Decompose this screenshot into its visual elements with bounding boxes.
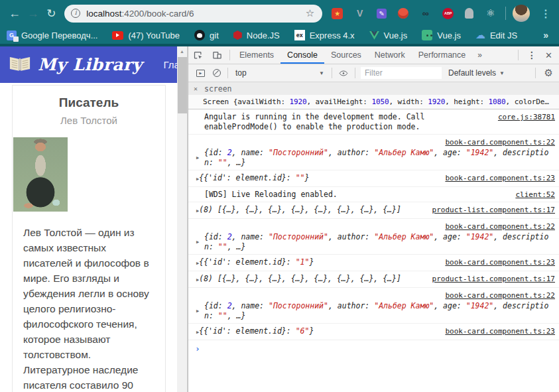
console-message: book-card.component.ts:23▶{{'id': elemen… [188,255,559,271]
console-message: book-card.component.ts:22▶{id: 2, name: … [188,288,559,324]
bookmark-nodejs[interactable]: Node.JS [233,31,280,40]
toolbar-divider [227,68,228,78]
console-filter-input[interactable] [361,67,442,79]
console-message: product-list.component.ts:17▶(8) [{…}, {… [188,202,559,219]
ghost-extension-icon[interactable] [465,8,473,19]
main-area: My Library Глав Писатель Лев Толстой Лев… [0,46,559,392]
console-sidebar-icon[interactable]: ▶ [196,70,205,77]
adblock-plus-extension-icon[interactable]: ABP [442,8,454,19]
vue-gray-extension-icon[interactable]: V [354,8,365,19]
page-viewport: My Library Глав Писатель Лев Толстой Лев… [0,46,188,392]
source-link[interactable]: client:52 [515,190,555,200]
device-toolbar-icon[interactable] [208,50,227,60]
source-link[interactable]: product-list.component.ts:17 [432,205,555,215]
devtools-menu-icon[interactable]: ⋮ [521,50,542,60]
expand-triangle-icon[interactable]: ▶ [196,237,204,247]
console-settings-gear-icon[interactable]: ⚙ [538,67,559,79]
live-expression-text[interactable]: screen [204,84,232,94]
address-bar[interactable]: i localhost:4200/book-card/6 ☆ [64,5,322,23]
github-icon [194,30,205,40]
object-preview: (8) [{…}, {…}, {…}, {…}, {…}, {…}, {…}, … [199,205,401,214]
tab-label: Sources [331,50,361,60]
live-expression-result: Screen {availWidth: 1920, availHeight: 1… [188,95,559,109]
bookmark-editjs[interactable]: ☁Edit JS [475,29,517,41]
profile-avatar[interactable] [513,5,530,22]
devtools-panel: ElementsConsoleSourcesNetworkPerformance… [188,46,559,392]
page-info-icon[interactable]: i [71,9,80,18]
clear-console-icon[interactable] [213,69,221,77]
extension-icons: ★V✎∞ABP⚛ [332,8,496,19]
object-preview: {id: 2, name: "Посторонний", author: "Ал… [204,301,555,321]
tolstoy-portrait-image [13,137,68,212]
object-preview: (8) [{…}, {…}, {…}, {…}, {…}, {…}, {…}, … [199,274,401,283]
tab-performance[interactable]: Performance [412,46,473,64]
tab-network[interactable]: Network [368,46,412,64]
source-link[interactable]: book-card.component.ts:23 [445,326,555,336]
bookmark-label: Node.JS [247,31,280,40]
chevron-down-icon: ▼ [319,70,324,76]
soviet-badge-extension-icon[interactable]: ★ [332,8,343,19]
source-link[interactable]: book-card.component.ts:22 [445,291,555,300]
source-link[interactable]: book-card.component.ts:23 [445,257,555,267]
binoculars-extension-icon[interactable]: ∞ [420,8,431,19]
express-icon: ex [294,30,305,40]
scrollbar-thumb[interactable] [178,57,187,113]
devtools-close-icon[interactable]: ✕ [542,50,559,60]
live-expression-widget: ✕ screen Screen {availWidth: 1920, avail… [188,82,559,109]
levels-label: Default levels [448,68,496,78]
object-preview: {{'id': element.id}: ""} [199,173,309,182]
log-levels-select[interactable]: Default levels ▼ [448,68,505,78]
bookmarks-overflow-button[interactable]: » [539,30,552,40]
tab-console[interactable]: Console [280,46,324,64]
object-preview: {{'id': element.id}: "6"} [199,326,314,336]
react-devtools-extension-icon[interactable]: ⚛ [485,8,496,19]
source-link[interactable]: book-card.component.ts:22 [445,138,555,147]
expand-triangle-icon[interactable]: ▶ [196,153,204,163]
source-link[interactable]: book-card.component.ts:23 [445,173,555,183]
nav-item-home[interactable]: Глав [164,59,177,70]
tab-elements[interactable]: Elements [233,46,280,64]
browser-menu-icon[interactable]: ⋮ [538,7,554,20]
bookmark-youtube[interactable]: (47) YouTube [112,31,180,40]
library-book-icon [9,55,31,75]
reload-button[interactable]: ↻ [42,4,61,23]
tab-sources[interactable]: Sources [324,46,368,64]
stylus-extension-icon[interactable]: ✎ [377,9,387,19]
bookmarks-list: GGoogle Переводч...(47) YouTubegitNode.J… [7,29,532,41]
devtools-tabs: ElementsConsoleSourcesNetworkPerformance [233,46,472,64]
page-scrollbar[interactable]: ▲ [177,46,188,392]
live-expression-eye-icon[interactable] [335,69,352,78]
expand-triangle-icon[interactable]: ▶ [196,306,204,316]
bookmark-vue-devtools[interactable]: Vue.js [422,30,461,40]
card-title: Писатель [13,96,165,110]
bookmark-github[interactable]: git [194,30,219,40]
context-label: top [235,68,247,78]
more-tabs-button[interactable]: » [472,50,487,60]
red-character-extension-icon[interactable] [398,8,408,19]
forward-button[interactable]: → [24,4,42,23]
site-title: My Library [38,55,143,74]
back-button[interactable]: ← [5,4,24,23]
bookmark-label: Vue.js [384,31,408,40]
youtube-icon [112,31,123,40]
inspect-element-icon[interactable] [188,50,208,60]
console-output: ✕ screen Screen {availWidth: 1920, avail… [188,82,559,392]
bookmark-label: Vue.js [437,31,461,40]
toolbar-divider [332,68,332,78]
url-text[interactable]: localhost:4200/book-card/6 [86,9,304,19]
scrollbar-up-arrow[interactable]: ▲ [177,46,187,56]
bookmark-express[interactable]: exExpress 4.x [294,30,355,40]
devtools-tab-bar: ElementsConsoleSourcesNetworkPerformance… [188,46,559,64]
tab-label: Network [375,50,405,60]
source-link[interactable]: core.js:38781 [498,112,555,122]
bookmark-google-translate[interactable]: GGoogle Переводч... [7,31,97,40]
source-link[interactable]: product-list.component.ts:17 [432,274,555,284]
bookmark-star-icon[interactable]: ☆ [304,7,316,19]
object-preview: {id: 2, name: "Посторонний", author: "Ал… [204,148,555,168]
source-link[interactable]: book-card.component.ts:22 [445,222,555,231]
console-prompt[interactable]: › [188,340,559,356]
console-message-text: [WDS] Live Reloading enabled. [204,190,338,199]
remove-live-expression-button[interactable]: ✕ [194,85,204,92]
bookmark-vuejs[interactable]: Vue.js [369,31,408,40]
execution-context-select[interactable]: top ▼ [231,68,329,78]
